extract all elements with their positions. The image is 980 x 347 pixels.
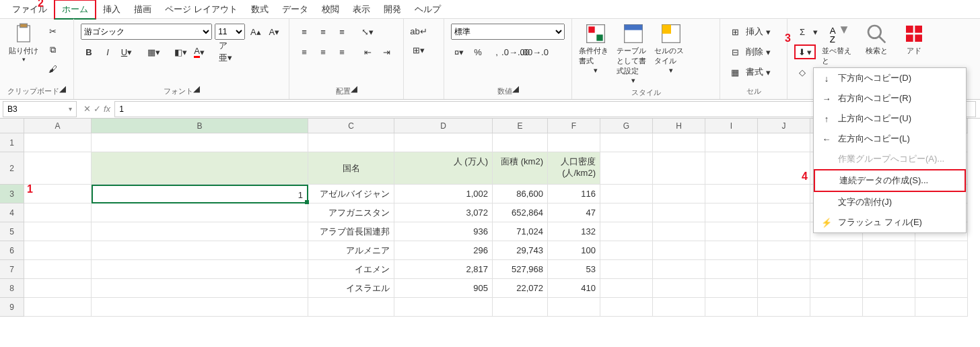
align-bottom-icon[interactable]: ≡ bbox=[334, 24, 350, 40]
tab-data[interactable]: データ bbox=[275, 1, 315, 18]
cell-H5[interactable] bbox=[653, 222, 705, 241]
cell-C9[interactable] bbox=[308, 298, 394, 317]
cell-G6[interactable] bbox=[600, 241, 653, 260]
align-launcher-icon[interactable]: ◢ bbox=[351, 84, 357, 96]
cell-B9[interactable] bbox=[92, 298, 308, 317]
cell-I1[interactable] bbox=[705, 133, 758, 152]
cell-H9[interactable] bbox=[653, 298, 705, 317]
cell-A4[interactable] bbox=[24, 203, 92, 222]
cell-G8[interactable] bbox=[600, 279, 653, 298]
cell-J8[interactable] bbox=[758, 279, 810, 298]
align-middle-icon[interactable]: ≡ bbox=[315, 24, 331, 40]
sort-filter-button[interactable]: AZ 並べ替えと bbox=[822, 23, 855, 66]
fill-color-button[interactable]: ◧▾ bbox=[172, 44, 188, 60]
cell-G2[interactable] bbox=[600, 152, 653, 185]
cell-E6[interactable]: 29,743 bbox=[493, 241, 548, 260]
cell-D4[interactable]: 3,072 bbox=[394, 203, 493, 222]
copy-icon[interactable]: ⧉ bbox=[44, 42, 61, 58]
cell-A2[interactable]: 1 bbox=[24, 152, 92, 185]
row-header-3[interactable]: 3 bbox=[0, 185, 24, 203]
align-right-icon[interactable]: ≡ bbox=[334, 44, 350, 60]
cell-F4[interactable]: 47 bbox=[548, 203, 600, 222]
row-header-4[interactable]: 4 bbox=[0, 203, 24, 222]
format-cells-label[interactable]: 書式 bbox=[746, 66, 763, 78]
cell-C8[interactable]: イスラエル bbox=[308, 279, 394, 298]
tab-draw[interactable]: 描画 bbox=[127, 1, 158, 18]
fill-down-item[interactable]: ↓下方向へコピー(D) bbox=[814, 68, 966, 88]
col-header-J[interactable]: J bbox=[758, 119, 810, 133]
cell-F1[interactable] bbox=[548, 133, 600, 152]
delete-cells-label[interactable]: 削除 bbox=[746, 46, 763, 58]
border-button[interactable]: ▦▾ bbox=[145, 44, 162, 60]
bold-button[interactable]: B bbox=[81, 44, 97, 60]
cell-I2[interactable] bbox=[705, 152, 758, 185]
flash-fill-item[interactable]: ⚡フラッシュ フィル(E) bbox=[814, 212, 966, 232]
col-header-D[interactable]: D bbox=[394, 119, 493, 133]
indent-decrease-icon[interactable]: ⇤ bbox=[359, 44, 376, 60]
cell-H7[interactable] bbox=[653, 260, 705, 279]
tab-help[interactable]: ヘルプ bbox=[408, 1, 448, 18]
decrease-font-icon[interactable]: A▾ bbox=[267, 24, 282, 40]
cell-J3[interactable] bbox=[758, 185, 810, 203]
cut-icon[interactable]: ✂ bbox=[44, 23, 61, 39]
row-header-9[interactable]: 9 bbox=[0, 298, 24, 317]
cell-H1[interactable] bbox=[653, 133, 705, 152]
fill-button[interactable]: ⬇ ▾ bbox=[794, 44, 816, 59]
cell-G3[interactable] bbox=[600, 185, 653, 203]
cell-D9[interactable] bbox=[394, 298, 493, 317]
cell-I9[interactable] bbox=[705, 298, 758, 317]
cell-C5[interactable]: アラブ首長国連邦 bbox=[308, 222, 394, 241]
tab-home[interactable]: ホーム bbox=[54, 0, 96, 20]
cell-C3[interactable]: アゼルバイジャン bbox=[308, 185, 394, 203]
tab-formulas[interactable]: 数式 bbox=[244, 1, 275, 18]
cell-F7[interactable]: 53 bbox=[548, 260, 600, 279]
cell-B5[interactable] bbox=[92, 222, 308, 241]
delete-cells-icon[interactable]: ⊟ bbox=[727, 44, 743, 60]
col-header-E[interactable]: E bbox=[493, 119, 548, 133]
tab-file[interactable]: ファイル bbox=[5, 1, 54, 18]
cell-D2[interactable]: 人 (万人) bbox=[394, 152, 493, 185]
find-select-button[interactable]: 検索と bbox=[860, 23, 893, 56]
number-format-select[interactable]: 標準 bbox=[451, 24, 565, 40]
cell-J1[interactable] bbox=[758, 133, 810, 152]
col-header-H[interactable]: H bbox=[653, 119, 705, 133]
cell-E5[interactable]: 71,024 bbox=[493, 222, 548, 241]
row-header-8[interactable]: 8 bbox=[0, 279, 24, 298]
row-header-2[interactable]: 2 bbox=[0, 152, 24, 185]
cell-I4[interactable] bbox=[705, 203, 758, 222]
cell-C4[interactable]: アフガニスタン bbox=[308, 203, 394, 222]
cell-C7[interactable]: イエメン bbox=[308, 260, 394, 279]
font-launcher-icon[interactable]: ◢ bbox=[193, 84, 200, 96]
fill-right-item[interactable]: →右方向へコピー(R) bbox=[814, 88, 966, 108]
cell-G7[interactable] bbox=[600, 260, 653, 279]
cell-G9[interactable] bbox=[600, 298, 653, 317]
select-all-corner[interactable] bbox=[0, 119, 24, 133]
cell-A1[interactable] bbox=[24, 133, 92, 152]
cell-D8[interactable]: 905 bbox=[394, 279, 493, 298]
cell-A5[interactable] bbox=[24, 222, 92, 241]
clipboard-launcher-icon[interactable]: ◢ bbox=[59, 84, 66, 96]
cell-L7[interactable] bbox=[863, 260, 915, 279]
cell-F9[interactable] bbox=[548, 298, 600, 317]
fill-up-item[interactable]: ↑上方向へコピー(U) bbox=[814, 108, 966, 129]
insert-cells-label[interactable]: 挿入 bbox=[746, 26, 763, 38]
cell-H2[interactable] bbox=[653, 152, 705, 185]
cell-B7[interactable] bbox=[92, 260, 308, 279]
cell-D7[interactable]: 2,817 bbox=[394, 260, 493, 279]
cell-M8[interactable] bbox=[915, 279, 968, 298]
col-header-F[interactable]: F bbox=[548, 119, 600, 133]
cell-M7[interactable] bbox=[915, 260, 968, 279]
align-center-icon[interactable]: ≡ bbox=[315, 44, 331, 60]
format-as-table-button[interactable]: テーブルとして書式設定▾ bbox=[617, 23, 650, 85]
cell-A9[interactable] bbox=[24, 298, 92, 317]
conditional-format-button[interactable]: 条件付き書式▾ bbox=[579, 23, 612, 75]
cell-B4[interactable] bbox=[92, 203, 308, 222]
col-header-B[interactable]: B bbox=[92, 119, 308, 133]
cell-K6[interactable] bbox=[810, 241, 863, 260]
cell-M9[interactable] bbox=[915, 298, 968, 317]
currency-icon[interactable]: ¤▾ bbox=[451, 44, 467, 60]
cell-A7[interactable] bbox=[24, 260, 92, 279]
paste-button[interactable]: 貼り付け ▾ bbox=[7, 23, 40, 63]
font-color-button[interactable]: A▾ bbox=[191, 44, 207, 60]
tab-developer[interactable]: 開発 bbox=[377, 1, 408, 18]
